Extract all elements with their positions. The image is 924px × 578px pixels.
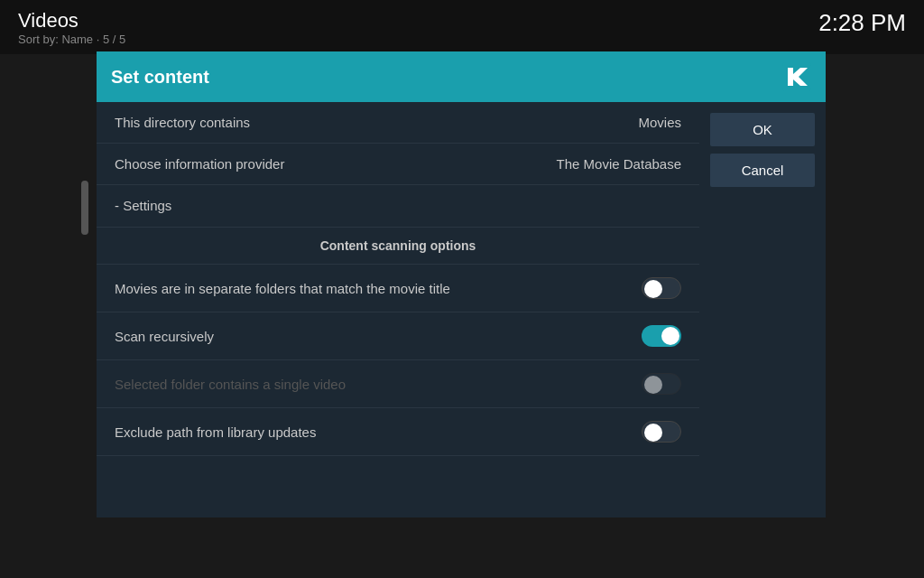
- toggle-single-video: [642, 373, 681, 395]
- clock: 2:28 PM: [818, 9, 906, 37]
- directory-contains-label: This directory contains: [115, 115, 250, 130]
- page-title-area: Videos Sort by: Name · 5 / 5: [18, 9, 125, 46]
- toggle-knob: [644, 424, 662, 442]
- dialog-body: This directory contains Movies Choose in…: [97, 102, 826, 517]
- info-provider-row[interactable]: Choose information provider The Movie Da…: [97, 144, 699, 185]
- page-title: Videos: [18, 9, 125, 33]
- dialog-header: Set content: [97, 51, 826, 102]
- section-header: Content scanning options: [97, 228, 699, 265]
- toggle-label-exclude-path: Exclude path from library updates: [115, 424, 316, 440]
- background-top: [0, 0, 924, 54]
- toggle-knob: [661, 327, 679, 345]
- page-subtitle: Sort by: Name · 5 / 5: [18, 33, 125, 46]
- dialog-title: Set content: [111, 67, 209, 88]
- toggle-knob: [644, 376, 662, 394]
- dialog-content: This directory contains Movies Choose in…: [97, 102, 699, 517]
- toggle-row-scan-recursively[interactable]: Scan recursively: [97, 312, 699, 360]
- toggle-exclude-path[interactable]: [642, 421, 681, 443]
- toggle-row-exclude-path[interactable]: Exclude path from library updates: [97, 408, 699, 456]
- settings-label: - Settings: [115, 198, 171, 213]
- cancel-button[interactable]: Cancel: [710, 154, 815, 187]
- info-provider-label: Choose information provider: [115, 156, 284, 172]
- toggle-scan-recursively[interactable]: [642, 325, 681, 347]
- dialog-buttons: OK Cancel: [699, 102, 826, 517]
- toggle-label-movies-folders: Movies are in separate folders that matc…: [115, 281, 450, 296]
- toggle-label-scan-recursively: Scan recursively: [115, 329, 214, 344]
- directory-contains-row[interactable]: This directory contains Movies: [97, 102, 699, 144]
- toggle-row-movies-folders[interactable]: Movies are in separate folders that matc…: [97, 265, 699, 312]
- info-provider-value: The Movie Database: [557, 156, 681, 172]
- dialog: Set content This directory contains Movi…: [97, 51, 826, 517]
- scrollbar: [81, 181, 88, 235]
- toggle-label-single-video: Selected folder contains a single video: [115, 377, 346, 392]
- settings-row[interactable]: - Settings: [97, 185, 699, 228]
- toggle-knob: [644, 280, 662, 298]
- toggle-row-single-video: Selected folder contains a single video: [97, 360, 699, 408]
- kodi-logo-icon: [782, 62, 811, 91]
- toggle-movies-folders[interactable]: [642, 277, 681, 299]
- directory-contains-value: Movies: [638, 115, 681, 130]
- ok-button[interactable]: OK: [710, 113, 815, 146]
